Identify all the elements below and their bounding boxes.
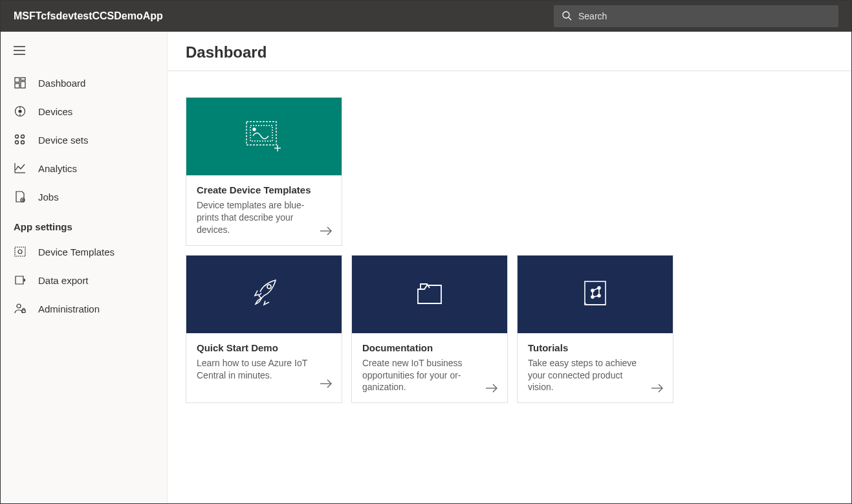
search-input[interactable] bbox=[578, 11, 831, 21]
sidebar-item-label: Device Templates bbox=[38, 247, 115, 257]
sidebar-item-jobs[interactable]: Jobs bbox=[1, 182, 167, 211]
sidebar-item-administration[interactable]: Administration bbox=[1, 294, 167, 323]
svg-rect-7 bbox=[21, 82, 25, 88]
svg-rect-5 bbox=[15, 78, 19, 82]
sidebar: Dashboard Devices Device sets bbox=[1, 32, 168, 503]
card-hero bbox=[518, 256, 673, 333]
tutorial-icon bbox=[578, 276, 612, 312]
data-export-icon bbox=[14, 274, 27, 286]
rocket-icon bbox=[246, 275, 282, 313]
svg-point-14 bbox=[21, 135, 25, 138]
sidebar-item-dashboard[interactable]: Dashboard bbox=[1, 69, 167, 97]
svg-point-16 bbox=[21, 141, 25, 144]
template-add-icon bbox=[241, 116, 287, 157]
card-title: Create Device Templates bbox=[197, 184, 331, 195]
search-box[interactable] bbox=[554, 5, 838, 27]
sidebar-item-data-export[interactable]: Data export bbox=[1, 266, 167, 294]
sidebar-item-label: Analytics bbox=[38, 163, 77, 174]
card-tutorials[interactable]: Tutorials Take easy steps to achieve you… bbox=[517, 255, 673, 404]
svg-point-21 bbox=[18, 250, 22, 254]
card-hero bbox=[186, 98, 342, 175]
card-title: Quick Start Demo bbox=[197, 342, 331, 353]
card-description: Take easy steps to achieve your connecte… bbox=[528, 357, 662, 394]
sidebar-item-device-templates[interactable]: Device Templates bbox=[1, 237, 167, 266]
svg-point-22 bbox=[17, 304, 21, 308]
app-title: MSFTcfsdevtestCCSDemoApp bbox=[14, 10, 163, 22]
card-hero bbox=[186, 256, 342, 333]
sidebar-item-analytics[interactable]: Analytics bbox=[1, 154, 167, 182]
card-title: Documentation bbox=[362, 342, 497, 353]
card-row: Quick Start Demo Learn how to use Azure … bbox=[186, 255, 833, 404]
svg-rect-20 bbox=[15, 247, 25, 256]
sidebar-item-label: Administration bbox=[38, 303, 100, 314]
svg-point-13 bbox=[16, 135, 19, 138]
card-description: Device templates are blue-prints that de… bbox=[197, 199, 331, 236]
administration-icon bbox=[14, 303, 27, 314]
sidebar-item-label: Data export bbox=[38, 275, 89, 286]
card-row: Create Device Templates Device templates… bbox=[186, 97, 833, 246]
svg-rect-8 bbox=[15, 83, 19, 88]
card-hero bbox=[352, 256, 507, 333]
arrow-right-icon bbox=[485, 384, 498, 395]
svg-point-15 bbox=[16, 141, 19, 144]
main-content: Dashboard bbox=[168, 32, 851, 503]
card-documentation[interactable]: Documentation Create new IoT business op… bbox=[351, 255, 508, 404]
arrow-right-icon bbox=[651, 384, 664, 395]
device-templates-icon bbox=[14, 246, 27, 257]
card-description: Create new IoT business opportunities fo… bbox=[362, 357, 497, 394]
sidebar-section-heading: App settings bbox=[1, 211, 167, 237]
top-bar: MSFTcfsdevtestCCSDemoApp bbox=[1, 1, 851, 32]
analytics-icon bbox=[14, 162, 27, 174]
jobs-icon bbox=[14, 191, 27, 203]
card-description: Learn how to use Azure IoT Central in mi… bbox=[197, 357, 331, 382]
search-icon bbox=[562, 10, 572, 23]
sidebar-item-label: Device sets bbox=[38, 135, 89, 146]
folder-icon bbox=[411, 278, 448, 311]
card-body: Tutorials Take easy steps to achieve you… bbox=[518, 333, 673, 403]
arrow-right-icon bbox=[320, 379, 333, 390]
card-body: Quick Start Demo Learn how to use Azure … bbox=[186, 333, 342, 398]
sidebar-item-devices[interactable]: Devices bbox=[1, 97, 167, 126]
svg-point-26 bbox=[253, 128, 256, 131]
svg-point-30 bbox=[267, 285, 271, 289]
card-body: Create Device Templates Device templates… bbox=[186, 175, 342, 245]
page-title: Dashboard bbox=[168, 32, 851, 71]
devices-icon bbox=[14, 105, 27, 117]
dashboard-content: Create Device Templates Device templates… bbox=[168, 71, 851, 438]
sidebar-item-device-sets[interactable]: Device sets bbox=[1, 126, 167, 154]
device-sets-icon bbox=[14, 134, 27, 146]
svg-rect-6 bbox=[21, 78, 25, 80]
svg-rect-33 bbox=[585, 281, 606, 305]
arrow-right-icon bbox=[320, 226, 333, 237]
svg-point-0 bbox=[563, 12, 569, 18]
hamburger-icon bbox=[14, 47, 25, 57]
sidebar-item-label: Jobs bbox=[38, 192, 59, 203]
menu-toggle-button[interactable] bbox=[1, 38, 167, 69]
card-title: Tutorials bbox=[528, 342, 662, 353]
svg-line-1 bbox=[569, 17, 571, 20]
card-create-device-templates[interactable]: Create Device Templates Device templates… bbox=[186, 97, 342, 246]
card-quick-start-demo[interactable]: Quick Start Demo Learn how to use Azure … bbox=[186, 255, 342, 404]
sidebar-item-label: Devices bbox=[38, 106, 72, 117]
svg-point-10 bbox=[19, 110, 21, 113]
card-body: Documentation Create new IoT business op… bbox=[352, 333, 507, 403]
sidebar-item-label: Dashboard bbox=[38, 78, 85, 89]
dashboard-icon bbox=[14, 77, 27, 89]
